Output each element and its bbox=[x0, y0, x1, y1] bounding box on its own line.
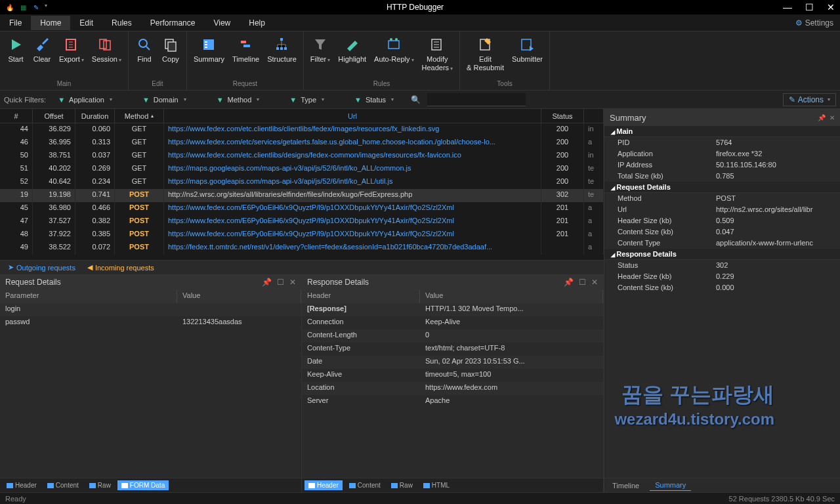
col-header-duration[interactable]: Duration bbox=[75, 109, 115, 123]
maximize-panel-icon[interactable]: ☐ bbox=[277, 278, 284, 287]
tab-incoming[interactable]: ◀ Incoming requests bbox=[82, 262, 159, 273]
table-row[interactable]: 1919.1980.741POSThttp://ns2.wrsc.org/sit… bbox=[0, 189, 604, 202]
filter-method[interactable]: ▼Method▾ bbox=[211, 94, 265, 105]
structure-button[interactable]: Structure bbox=[263, 33, 301, 79]
app-icon: 🔥 bbox=[5, 3, 14, 12]
submitter-button[interactable]: Submitter bbox=[508, 33, 547, 79]
close-button[interactable]: ✕ bbox=[827, 2, 835, 12]
param-header: Parameter bbox=[0, 290, 177, 303]
summary-section-main[interactable]: Main bbox=[604, 126, 840, 137]
settings-button[interactable]: ⚙ Settings bbox=[789, 16, 840, 30]
menu-file[interactable]: File bbox=[0, 16, 31, 30]
maximize-button[interactable]: ☐ bbox=[805, 2, 814, 12]
session-button[interactable]: Session▾ bbox=[88, 33, 125, 79]
close-panel-icon[interactable]: ✕ bbox=[591, 278, 598, 287]
col-header-method[interactable]: Method▴ bbox=[115, 109, 164, 123]
menu-view[interactable]: View bbox=[204, 16, 240, 30]
session-icon bbox=[97, 35, 116, 54]
broom-icon[interactable]: ✎ bbox=[32, 3, 41, 12]
filter-application[interactable]: ▼Application▾ bbox=[52, 94, 117, 105]
funnel-icon: ▼ bbox=[142, 96, 150, 104]
list-item[interactable]: passwd132213435aasdas bbox=[0, 316, 301, 329]
summary-tab-summary[interactable]: Summary bbox=[650, 480, 691, 491]
col-header-num[interactable]: # bbox=[0, 109, 33, 123]
auto-reply-button[interactable]: Auto-Reply▾ bbox=[370, 33, 417, 79]
table-row[interactable]: 5140.2020.269GEThttps://maps.googleapis.… bbox=[0, 163, 604, 176]
export-button[interactable]: Export▾ bbox=[55, 33, 88, 79]
find-button[interactable]: Find bbox=[131, 33, 158, 79]
col-header-offset[interactable]: Offset bbox=[33, 109, 75, 123]
pin-icon[interactable]: 📌 bbox=[818, 114, 826, 121]
svg-rect-12 bbox=[280, 38, 283, 41]
filter-button[interactable]: Filter▾ bbox=[306, 33, 334, 79]
col-header-status[interactable]: Status bbox=[541, 109, 584, 123]
list-item[interactable]: ServerApache bbox=[302, 395, 603, 408]
list-item[interactable]: ConnectionKeep-Alive bbox=[302, 316, 603, 329]
maximize-panel-icon[interactable]: ☐ bbox=[579, 278, 586, 287]
menu-home[interactable]: Home bbox=[31, 16, 70, 30]
tab-raw[interactable]: Raw bbox=[387, 480, 417, 490]
list-item[interactable]: Locationhttps://www.fedex.com bbox=[302, 382, 603, 395]
menu-help[interactable]: Help bbox=[240, 16, 274, 30]
filter-domain[interactable]: ▼Domain▾ bbox=[137, 94, 192, 105]
actions-button[interactable]: ✎ Actions ▾ bbox=[783, 93, 836, 106]
arrow-right-icon: ➤ bbox=[8, 263, 14, 272]
copy-button[interactable]: Copy bbox=[158, 33, 184, 79]
list-item: Status302 bbox=[604, 260, 840, 271]
summary-section-request-details[interactable]: Request Details bbox=[604, 182, 840, 193]
table-row[interactable]: 4536.9800.466POSThttps://www.fedex.com/E… bbox=[0, 202, 604, 215]
list-item[interactable]: Content-Typetext/html; charset=UTF-8 bbox=[302, 343, 603, 356]
menu-edit[interactable]: Edit bbox=[70, 16, 102, 30]
table-row[interactable]: 5240.6420.234GEThttps://maps.googleapis.… bbox=[0, 176, 604, 189]
list-item[interactable]: login bbox=[0, 303, 301, 316]
search-input[interactable] bbox=[427, 93, 526, 106]
list-item[interactable]: Content-Length0 bbox=[302, 329, 603, 343]
table-row[interactable]: 5038.7510.037GEThttps://www.fedex.com/et… bbox=[0, 150, 604, 163]
list-item[interactable]: DateSun, 02 Apr 2023 10:51:53 G... bbox=[302, 356, 603, 369]
timeline-icon bbox=[237, 35, 255, 54]
minimize-button[interactable]: — bbox=[783, 2, 792, 12]
col-header-url[interactable]: Url bbox=[164, 109, 541, 123]
excel-icon[interactable]: ▦ bbox=[18, 3, 28, 12]
start-button[interactable]: Start bbox=[3, 33, 29, 79]
edit-resubmit-button[interactable]: Edit& Resubmit bbox=[463, 33, 508, 79]
pin-icon[interactable]: 📌 bbox=[564, 278, 574, 287]
menu-performance[interactable]: Performance bbox=[141, 16, 205, 30]
tab-header[interactable]: Header bbox=[3, 480, 41, 490]
pin-icon[interactable]: 📌 bbox=[262, 278, 272, 287]
table-row[interactable]: 4636.9950.313GEThttps://www.fedex.com/et… bbox=[0, 136, 604, 150]
tab-form-data[interactable]: FORM Data bbox=[117, 480, 169, 490]
menu-rules[interactable]: Rules bbox=[102, 16, 141, 30]
list-item[interactable]: Keep-Alivetimeout=5, max=100 bbox=[302, 369, 603, 382]
timeline-button[interactable]: Timeline bbox=[228, 33, 263, 79]
close-panel-icon[interactable]: ✕ bbox=[830, 114, 835, 121]
header-header: Header bbox=[302, 290, 420, 303]
summary-tab-timeline[interactable]: Timeline bbox=[607, 480, 644, 491]
tab-content[interactable]: Content bbox=[345, 480, 385, 490]
tab-outgoing[interactable]: ➤ Outgoing requests bbox=[3, 262, 81, 273]
list-item[interactable]: [Response]HTTP/1.1 302 Moved Tempo... bbox=[302, 303, 603, 316]
svg-rect-8 bbox=[205, 44, 207, 45]
tab-raw[interactable]: Raw bbox=[85, 480, 115, 490]
table-row[interactable]: 4837.9220.385POSThttps://www.fedex.com/E… bbox=[0, 228, 604, 242]
summary-button[interactable]: Summary bbox=[190, 33, 228, 79]
close-panel-icon[interactable]: ✕ bbox=[289, 278, 296, 287]
summary-section-response-details[interactable]: Response Details bbox=[604, 249, 840, 260]
table-row[interactable]: 4737.5270.382POSThttps://www.fedex.com/E… bbox=[0, 215, 604, 228]
tab-html[interactable]: HTML bbox=[419, 480, 453, 490]
search-icon[interactable]: 🔍 bbox=[411, 95, 421, 104]
filter-status[interactable]: ▼Status▾ bbox=[349, 94, 399, 105]
modify-headers-button[interactable]: ModifyHeaders▾ bbox=[418, 33, 457, 79]
table-row[interactable]: 4436.8290.060GEThttps://www.fedex.com/et… bbox=[0, 123, 604, 136]
svg-rect-7 bbox=[205, 41, 207, 43]
col-header-extra[interactable] bbox=[584, 109, 604, 123]
highlight-button[interactable]: Highlight bbox=[334, 33, 370, 79]
filter-type[interactable]: ▼Type▾ bbox=[284, 94, 329, 105]
table-row[interactable]: 4938.5220.072POSThttps://fedex.tt.omtrdc… bbox=[0, 242, 604, 255]
arrow-left-icon: ◀ bbox=[87, 263, 93, 272]
svg-point-3 bbox=[139, 39, 147, 47]
clear-button[interactable]: Clear bbox=[29, 33, 55, 79]
ribbon: StartClearExport▾Session▾MainFindCopyEdi… bbox=[0, 32, 840, 91]
tab-content[interactable]: Content bbox=[43, 480, 83, 490]
tab-header[interactable]: Header bbox=[304, 480, 343, 490]
